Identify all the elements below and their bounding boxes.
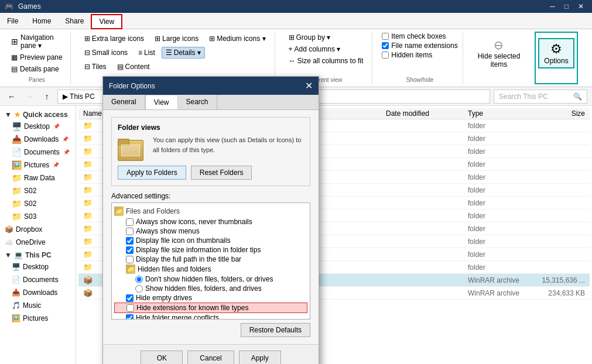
folder-icon: 📁 [83,211,94,220]
sidebar-item-s02a[interactable]: 📁 S02 [0,184,76,197]
search-box[interactable]: Search This PC 🔍 [494,90,587,104]
layout-row2: ⊟Small icons ≡List ☰Details ▾ [80,47,270,59]
display-file-size-cb[interactable] [126,246,134,254]
dialog-titlebar: Folder Options ✕ [103,77,319,95]
apply-to-folders-btn[interactable]: Apply to Folders [118,166,186,180]
s03-label: S03 [24,212,36,221]
sidebar-item-documents2[interactable]: 📄 Documents [0,273,76,286]
display-full-path-cb[interactable] [126,256,134,263]
maximize-btn[interactable]: □ [561,2,572,11]
documents2-label: Documents [23,276,59,284]
tab-view[interactable]: View [91,14,122,29]
display-file-icon-label: Display file icon on thumbnails [136,236,230,245]
sidebar-item-dropbox[interactable]: 📦 Dropbox [0,223,76,236]
always-show-icons-cb[interactable] [126,218,134,226]
sidebar-item-desktop[interactable]: 🖥️ Desktop 📌 [0,120,76,133]
nav-pane-label: Navigation [20,33,54,42]
sidebar-item-rawdata[interactable]: 📁 Raw Data [0,171,76,184]
details-pane-btn[interactable]: ▤ Details pane [8,63,66,75]
size-columns-label: Size all columns to fit [297,57,364,65]
add-columns-btn[interactable]: +Add columns ▾ [285,43,368,55]
dialog-title: Folder Options [109,82,155,90]
display-file-icon-cb[interactable] [126,237,134,245]
s02b-icon: 📁 [12,199,22,208]
sidebar-item-s03[interactable]: 📁 S03 [0,210,76,223]
sidebar-item-s02b[interactable]: 📁 S02 [0,197,76,210]
item-check-boxes-cb[interactable] [382,33,389,40]
dialog-tab-view[interactable]: View [145,95,178,109]
thispc-icon: 💻 [14,251,23,259]
sidebar-item-music[interactable]: 🎵 Music [0,299,76,312]
tab-home[interactable]: Home [25,13,58,29]
ok-btn[interactable]: OK [141,351,183,364]
up-btn[interactable]: ↑ [40,90,54,104]
details-btn[interactable]: ☰Details ▾ [162,47,205,59]
close-btn[interactable]: ✕ [574,2,587,11]
folder-large-icon [118,135,147,161]
sidebar-item-desktop2[interactable]: 🖥️ Desktop [0,260,76,273]
pictures2-icon: 🖼️ [12,314,20,322]
list-btn[interactable]: ≡List [134,47,159,59]
hide-folder-merge-cb[interactable] [126,314,134,320]
always-show-menus-cb[interactable] [126,228,134,235]
title: Games [18,2,41,11]
quick-access-label: Quick access [23,111,68,119]
sidebar-item-downloads[interactable]: 📥 Downloads 📌 [0,133,76,146]
hide-empty-drives-cb[interactable] [126,294,134,302]
options-btn[interactable]: ⚙ Options [538,38,574,68]
item-check-boxes-label: Item check boxes [391,32,446,40]
sidebar-item-documents[interactable]: 📄 Documents 📌 [0,146,76,159]
dialog-tab-general[interactable]: General [103,95,145,109]
reset-folders-btn[interactable]: Reset Folders [191,166,252,180]
group-by-btn[interactable]: ⊞Group by ▾ [285,32,368,43]
small-icons-label: Small icons [92,49,128,57]
hidden-items-cb[interactable] [382,51,389,59]
size-all-columns-btn[interactable]: ↔Size all columns to fit [285,55,368,67]
dont-show-hidden-radio[interactable] [135,276,143,283]
content-label: Content [125,63,150,71]
back-btn[interactable]: ← [5,90,19,104]
hide-selected-label: Hide selected [478,52,521,60]
small-icons-btn[interactable]: ⊟Small icons [80,47,132,59]
extra-large-icons-btn[interactable]: ⊞Extra large icons [80,33,148,44]
desktop2-icon: 🖥️ [12,263,20,271]
onedrive-label: OneDrive [16,238,46,246]
ribbon-tabs: File Home Share View [0,13,592,29]
sidebar-item-pictures2[interactable]: 🖼️ Pictures [0,312,76,325]
restore-defaults-btn[interactable]: Restore Defaults [241,323,310,337]
tab-file[interactable]: File [0,13,25,29]
large-icons-btn[interactable]: ⊞Large icons [150,33,203,44]
hide-extensions-cb[interactable] [126,304,134,312]
titlebar-controls: ─ □ ✕ [546,2,587,11]
hide-selected-btn[interactable]: ⊖ Hide selected items [473,35,526,71]
hidden-files-label: Hidden files and folders [138,265,211,273]
downloads2-label: Downloads [23,289,57,297]
dialog-tab-search[interactable]: Search [178,95,217,109]
hidden-files-category: 📁 Hidden files and folders [114,264,307,274]
preview-pane-btn[interactable]: ▦ Preview pane [8,51,66,63]
content-btn[interactable]: ▤Content [113,61,154,73]
dialog-close-btn[interactable]: ✕ [305,80,313,91]
quick-access-star: ★ [14,111,20,119]
minimize-btn[interactable]: ─ [546,2,559,11]
advanced-list[interactable]: 📁 Files and Folders Always show icons, n… [111,202,310,320]
navigation-pane-btn[interactable]: ⊞ Navigation pane ▾ [8,32,66,51]
hide-extensions-label: Hide extensions for known file types [136,304,248,312]
hide-folder-merge-label: Hide folder merge conflicts [136,314,219,320]
s03-icon: 📁 [12,212,22,221]
forward-btn[interactable]: → [22,90,36,104]
medium-icons-btn[interactable]: ⊞Medium icons ▾ [205,33,269,44]
sidebar-item-pictures[interactable]: 🖼️ Pictures 📌 [0,159,76,171]
file-name-ext-cb[interactable] [382,42,389,49]
tab-share[interactable]: Share [58,13,91,29]
sidebar-item-downloads2[interactable]: 📥 Downloads [0,286,76,299]
apply-btn[interactable]: Apply [239,351,281,364]
documents-label: Documents [24,148,60,156]
show-hidden-radio[interactable] [135,285,143,293]
cancel-btn[interactable]: Cancel [187,351,234,364]
downloads2-icon: 📥 [12,289,20,297]
tiles-btn[interactable]: ⊟Tiles [80,61,111,73]
options-label: Options [544,57,568,65]
always-show-icons-item: Always show icons, never thumbnails [114,217,307,226]
sidebar-item-onedrive[interactable]: ☁️ OneDrive [0,236,76,249]
